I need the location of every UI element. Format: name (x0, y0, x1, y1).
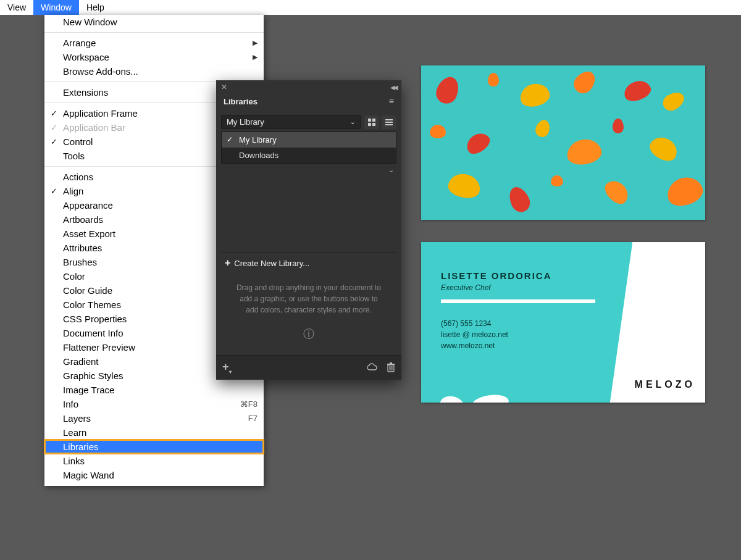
menu-browse-addons[interactable]: Browse Add-ons... (44, 64, 264, 78)
add-content-button[interactable]: +▾ (222, 361, 232, 375)
cloud-sync-icon[interactable] (367, 363, 378, 372)
card-web: www.melozo.net (441, 340, 595, 351)
card-contact-info: (567) 555 1234 lisette @ melozo.net www.… (441, 318, 595, 351)
svg-rect-3 (372, 123, 375, 126)
svg-rect-2 (368, 123, 371, 126)
card-phone: (567) 555 1234 (441, 318, 595, 329)
close-icon[interactable]: ✕ (221, 83, 227, 91)
library-dropdown-list: My Library Downloads (221, 132, 396, 164)
menu-new-window[interactable]: New Window (44, 15, 264, 29)
library-option-downloads[interactable]: Downloads (222, 148, 396, 163)
list-view-button[interactable] (382, 115, 396, 129)
library-selector[interactable]: My Library ⌄ (221, 115, 361, 129)
menu-learn[interactable]: Learn (44, 425, 264, 440)
collapse-icon[interactable]: ◀◀ (390, 84, 396, 91)
submenu-arrow-icon: ▶ (253, 53, 257, 61)
card-brand: MELOZO (635, 379, 695, 390)
svg-rect-4 (385, 119, 393, 120)
panel-title: Libraries (224, 97, 257, 106)
plus-icon: + (225, 257, 230, 269)
search-dropdown-icon[interactable]: ⌄ (388, 166, 394, 174)
svg-rect-6 (385, 124, 393, 125)
menu-workspace[interactable]: Workspace▶ (44, 50, 264, 64)
library-selector-label: My Library (227, 117, 264, 127)
menu-magic-wand[interactable]: Magic Wand (44, 468, 264, 482)
card-email: lisette @ melozo.net (441, 329, 595, 340)
menu-info[interactable]: Info⌘F8 (44, 397, 264, 411)
svg-rect-9 (390, 362, 392, 364)
help-icon[interactable]: ⓘ (221, 324, 396, 351)
menu-view[interactable]: View (0, 0, 33, 15)
shortcut-label: F7 (248, 414, 257, 423)
svg-rect-5 (385, 122, 393, 123)
trash-icon[interactable] (387, 362, 395, 372)
menu-arrange-label: Arrange (63, 38, 96, 48)
card-title: Executive Chef (441, 283, 595, 292)
menu-layers[interactable]: LayersF7 (44, 411, 264, 425)
card-right-panel (603, 242, 705, 403)
artboard-image (421, 65, 705, 220)
menu-extensions-label: Extensions (63, 87, 108, 98)
submenu-arrow-icon: ▶ (253, 39, 257, 47)
card-text-content: LISETTE ORDORICA Executive Chef (567) 55… (441, 270, 595, 351)
create-new-library-label: Create New Library... (234, 259, 309, 268)
menu-graphic-styles-label: Graphic Styles (63, 370, 124, 381)
shortcut-label: ⌘F8 (240, 399, 257, 409)
menu-separator (44, 32, 264, 33)
menu-help[interactable]: Help (79, 0, 112, 15)
svg-rect-8 (387, 364, 395, 365)
panel-hint-text: Drag and drop anything in your document … (221, 274, 396, 324)
card-name: LISETTE ORDORICA (441, 270, 595, 281)
card-divider (441, 299, 595, 303)
grid-view-button[interactable] (364, 115, 379, 129)
library-option-my-library[interactable]: My Library (222, 132, 396, 148)
menu-image-trace[interactable]: Image Trace (44, 383, 264, 397)
menu-libraries[interactable]: Libraries (44, 440, 264, 454)
menu-arrange[interactable]: Arrange▶ (44, 36, 264, 50)
panel-menu-icon[interactable]: ≡ (389, 96, 394, 106)
libraries-panel: ✕ ◀◀ Libraries ≡ My Library ⌄ My Library… (216, 80, 401, 380)
svg-rect-1 (372, 119, 375, 122)
chevron-down-icon: ⌄ (350, 119, 355, 125)
menu-workspace-label: Workspace (63, 52, 109, 62)
menu-layers-label: Layers (63, 413, 91, 424)
artboard-business-card: LISETTE ORDORICA Executive Chef (567) 55… (421, 242, 705, 403)
svg-rect-0 (368, 119, 371, 122)
create-new-library-button[interactable]: + Create New Library... (221, 252, 396, 274)
menu-links[interactable]: Links (44, 454, 264, 468)
menubar: View Window Help (0, 0, 741, 15)
menu-info-label: Info (63, 399, 78, 409)
menu-window[interactable]: Window (33, 0, 79, 15)
